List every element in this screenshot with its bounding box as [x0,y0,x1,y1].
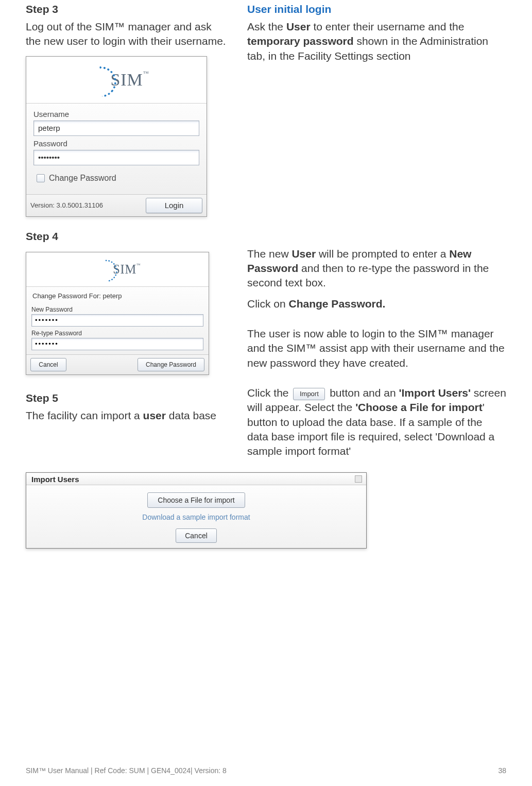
import-cancel-button[interactable]: Cancel [176,528,217,543]
step4-heading: Step 4 [26,230,506,243]
retype-password-label: Re-type Password [31,330,203,337]
step4-right-p3: The user is now able to login to the SIM… [247,327,506,370]
change-password-for-label: Change Password For: peterp [31,289,203,303]
password-input[interactable] [33,150,199,165]
close-icon[interactable] [355,475,362,483]
step3-text: Log out of the SIM™ manager and ask the … [26,20,227,49]
choose-file-button[interactable]: Choose a File for import [147,492,245,508]
retype-password-input[interactable] [31,338,203,350]
step5-heading: Step 5 [26,392,227,404]
step4-right-p1: The new User will be prompted to enter a… [247,247,506,291]
sim-logo-tm: ™ [143,70,149,76]
username-input[interactable] [33,121,199,136]
step3-heading: Step 3 [26,3,227,15]
sim-logo: SIM™ [26,57,207,103]
footer-page-number: 38 [498,766,506,775]
download-sample-link[interactable]: Download a sample import format [31,513,361,521]
sim-swirl-icon [83,64,114,95]
step4-right-p2: Click on Change Password. [247,297,506,311]
sim-logo-small: SIM™ [26,252,209,286]
import-inline-button[interactable]: Import [293,388,325,400]
version-text: Version: 3.0.5001.31106 [30,201,103,209]
change-password-checkbox-label: Change Password [49,174,116,183]
import-users-title: Import Users [31,475,79,484]
sim-swirl-icon [94,258,116,280]
username-label: Username [33,110,199,118]
step5-right-p: Click the Import button and an 'Import U… [247,386,506,459]
change-password-dialog: SIM™ Change Password For: peterp New Pas… [26,252,209,375]
password-label: Password [33,139,199,148]
import-users-dialog: Import Users Choose a File for import Do… [26,472,367,549]
step5-left-p: The facility can import a user data base [26,408,227,423]
footer-left: SIM™ User Manual | Ref Code: SUM | GEN4_… [26,766,227,775]
login-dialog: SIM™ Username Password Change Password V… [26,56,207,217]
change-password-checkbox[interactable] [37,174,45,182]
user-initial-login-p1: Ask the User to enter their username and… [247,20,506,63]
new-password-input[interactable] [31,314,203,327]
login-button[interactable]: Login [146,198,202,213]
user-initial-login-heading: User initial login [247,3,506,15]
change-password-button[interactable]: Change Password [138,358,204,371]
new-password-label: New Password [31,306,203,313]
cancel-button[interactable]: Cancel [30,358,66,371]
